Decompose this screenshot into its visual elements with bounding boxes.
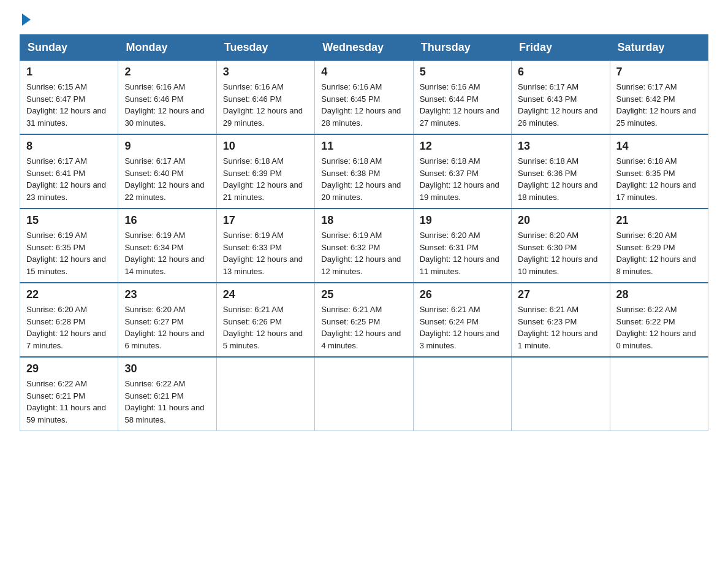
calendar-cell: 19Sunrise: 6:20 AMSunset: 6:31 PMDayligh… [413, 209, 511, 283]
day-number: 8 [26, 140, 112, 153]
calendar-cell: 4Sunrise: 6:16 AMSunset: 6:45 PMDaylight… [315, 61, 413, 135]
day-number: 4 [321, 66, 406, 79]
day-info: Sunrise: 6:22 AMSunset: 6:22 PMDaylight:… [616, 304, 702, 351]
calendar-cell: 22Sunrise: 6:20 AMSunset: 6:28 PMDayligh… [20, 283, 118, 357]
day-number: 14 [616, 140, 702, 153]
day-number: 20 [518, 214, 603, 227]
day-info: Sunrise: 6:18 AMSunset: 6:38 PMDaylight:… [321, 155, 406, 203]
calendar-table: SundayMondayTuesdayWednesdayThursdayFrid… [20, 34, 708, 431]
day-number: 26 [420, 288, 505, 301]
calendar-cell: 12Sunrise: 6:18 AMSunset: 6:37 PMDayligh… [413, 134, 511, 209]
day-info: Sunrise: 6:22 AMSunset: 6:21 PMDaylight:… [26, 378, 112, 426]
day-info: Sunrise: 6:20 AMSunset: 6:28 PMDaylight:… [26, 304, 112, 351]
logo-arrow-icon [22, 13, 31, 26]
day-info: Sunrise: 6:16 AMSunset: 6:45 PMDaylight:… [321, 81, 406, 129]
calendar-cell: 8Sunrise: 6:17 AMSunset: 6:41 PMDaylight… [20, 134, 118, 209]
calendar-cell [216, 357, 314, 431]
day-number: 22 [26, 288, 112, 301]
day-info: Sunrise: 6:20 AMSunset: 6:27 PMDaylight:… [124, 304, 210, 351]
day-number: 1 [26, 66, 112, 79]
calendar-cell: 26Sunrise: 6:21 AMSunset: 6:24 PMDayligh… [413, 283, 511, 357]
day-info: Sunrise: 6:17 AMSunset: 6:41 PMDaylight:… [26, 155, 112, 203]
day-number: 3 [223, 66, 308, 79]
day-info: Sunrise: 6:19 AMSunset: 6:33 PMDaylight:… [223, 229, 308, 277]
day-info: Sunrise: 6:15 AMSunset: 6:47 PMDaylight:… [26, 81, 112, 129]
day-number: 17 [223, 214, 308, 227]
calendar-cell: 23Sunrise: 6:20 AMSunset: 6:27 PMDayligh… [118, 283, 216, 357]
day-number: 15 [26, 214, 112, 227]
day-info: Sunrise: 6:17 AMSunset: 6:42 PMDaylight:… [616, 81, 702, 129]
day-info: Sunrise: 6:19 AMSunset: 6:35 PMDaylight:… [26, 229, 112, 277]
day-info: Sunrise: 6:16 AMSunset: 6:46 PMDaylight:… [124, 81, 210, 129]
calendar-cell: 16Sunrise: 6:19 AMSunset: 6:34 PMDayligh… [118, 209, 216, 283]
day-number: 7 [616, 66, 702, 79]
calendar-cell: 29Sunrise: 6:22 AMSunset: 6:21 PMDayligh… [20, 357, 118, 431]
day-number: 12 [420, 140, 505, 153]
day-number: 19 [420, 214, 505, 227]
day-info: Sunrise: 6:21 AMSunset: 6:26 PMDaylight:… [223, 304, 308, 351]
day-info: Sunrise: 6:20 AMSunset: 6:30 PMDaylight:… [518, 229, 603, 277]
day-info: Sunrise: 6:18 AMSunset: 6:35 PMDaylight:… [616, 155, 702, 203]
day-info: Sunrise: 6:20 AMSunset: 6:29 PMDaylight:… [616, 229, 702, 277]
day-info: Sunrise: 6:18 AMSunset: 6:39 PMDaylight:… [223, 155, 308, 203]
calendar-cell: 3Sunrise: 6:16 AMSunset: 6:46 PMDaylight… [216, 61, 314, 135]
calendar-cell: 1Sunrise: 6:15 AMSunset: 6:47 PMDaylight… [20, 61, 118, 135]
calendar-cell: 21Sunrise: 6:20 AMSunset: 6:29 PMDayligh… [610, 209, 708, 283]
day-info: Sunrise: 6:19 AMSunset: 6:32 PMDaylight:… [321, 229, 406, 277]
day-number: 5 [420, 66, 505, 79]
calendar-cell: 27Sunrise: 6:21 AMSunset: 6:23 PMDayligh… [512, 283, 610, 357]
calendar-cell: 6Sunrise: 6:17 AMSunset: 6:43 PMDaylight… [512, 61, 610, 135]
calendar-cell: 11Sunrise: 6:18 AMSunset: 6:38 PMDayligh… [315, 134, 413, 209]
calendar-cell: 13Sunrise: 6:18 AMSunset: 6:36 PMDayligh… [512, 134, 610, 209]
calendar-header-row: SundayMondayTuesdayWednesdayThursdayFrid… [20, 35, 708, 61]
day-number: 28 [616, 288, 702, 301]
calendar-week-row: 22Sunrise: 6:20 AMSunset: 6:28 PMDayligh… [20, 283, 708, 357]
day-info: Sunrise: 6:16 AMSunset: 6:46 PMDaylight:… [223, 81, 308, 129]
column-header-saturday: Saturday [610, 35, 708, 61]
day-number: 11 [321, 140, 406, 153]
column-header-monday: Monday [118, 35, 216, 61]
day-info: Sunrise: 6:16 AMSunset: 6:44 PMDaylight:… [420, 81, 505, 129]
calendar-cell [315, 357, 413, 431]
calendar-cell: 14Sunrise: 6:18 AMSunset: 6:35 PMDayligh… [610, 134, 708, 209]
day-number: 9 [124, 140, 210, 153]
day-number: 30 [124, 362, 210, 375]
day-info: Sunrise: 6:21 AMSunset: 6:25 PMDaylight:… [321, 304, 406, 351]
page-header [20, 15, 708, 27]
day-info: Sunrise: 6:20 AMSunset: 6:31 PMDaylight:… [420, 229, 505, 277]
calendar-week-row: 29Sunrise: 6:22 AMSunset: 6:21 PMDayligh… [20, 357, 708, 431]
day-info: Sunrise: 6:21 AMSunset: 6:23 PMDaylight:… [518, 304, 603, 351]
calendar-cell: 5Sunrise: 6:16 AMSunset: 6:44 PMDaylight… [413, 61, 511, 135]
calendar-cell: 20Sunrise: 6:20 AMSunset: 6:30 PMDayligh… [512, 209, 610, 283]
column-header-friday: Friday [512, 35, 610, 61]
day-info: Sunrise: 6:18 AMSunset: 6:37 PMDaylight:… [420, 155, 505, 203]
calendar-week-row: 1Sunrise: 6:15 AMSunset: 6:47 PMDaylight… [20, 61, 708, 135]
column-header-tuesday: Tuesday [216, 35, 314, 61]
calendar-cell [512, 357, 610, 431]
calendar-cell: 25Sunrise: 6:21 AMSunset: 6:25 PMDayligh… [315, 283, 413, 357]
day-number: 13 [518, 140, 603, 153]
calendar-cell: 15Sunrise: 6:19 AMSunset: 6:35 PMDayligh… [20, 209, 118, 283]
calendar-cell: 18Sunrise: 6:19 AMSunset: 6:32 PMDayligh… [315, 209, 413, 283]
logo [20, 15, 31, 27]
calendar-cell: 9Sunrise: 6:17 AMSunset: 6:40 PMDaylight… [118, 134, 216, 209]
column-header-thursday: Thursday [413, 35, 511, 61]
day-number: 10 [223, 140, 308, 153]
calendar-cell: 2Sunrise: 6:16 AMSunset: 6:46 PMDaylight… [118, 61, 216, 135]
calendar-cell: 10Sunrise: 6:18 AMSunset: 6:39 PMDayligh… [216, 134, 314, 209]
day-number: 2 [124, 66, 210, 79]
day-number: 27 [518, 288, 603, 301]
day-number: 29 [26, 362, 112, 375]
day-info: Sunrise: 6:18 AMSunset: 6:36 PMDaylight:… [518, 155, 603, 203]
column-header-sunday: Sunday [20, 35, 118, 61]
calendar-cell: 24Sunrise: 6:21 AMSunset: 6:26 PMDayligh… [216, 283, 314, 357]
day-number: 16 [124, 214, 210, 227]
calendar-cell: 28Sunrise: 6:22 AMSunset: 6:22 PMDayligh… [610, 283, 708, 357]
day-info: Sunrise: 6:19 AMSunset: 6:34 PMDaylight:… [124, 229, 210, 277]
day-info: Sunrise: 6:17 AMSunset: 6:43 PMDaylight:… [518, 81, 603, 129]
calendar-cell [413, 357, 511, 431]
day-number: 6 [518, 66, 603, 79]
day-number: 25 [321, 288, 406, 301]
column-header-wednesday: Wednesday [315, 35, 413, 61]
day-number: 23 [124, 288, 210, 301]
